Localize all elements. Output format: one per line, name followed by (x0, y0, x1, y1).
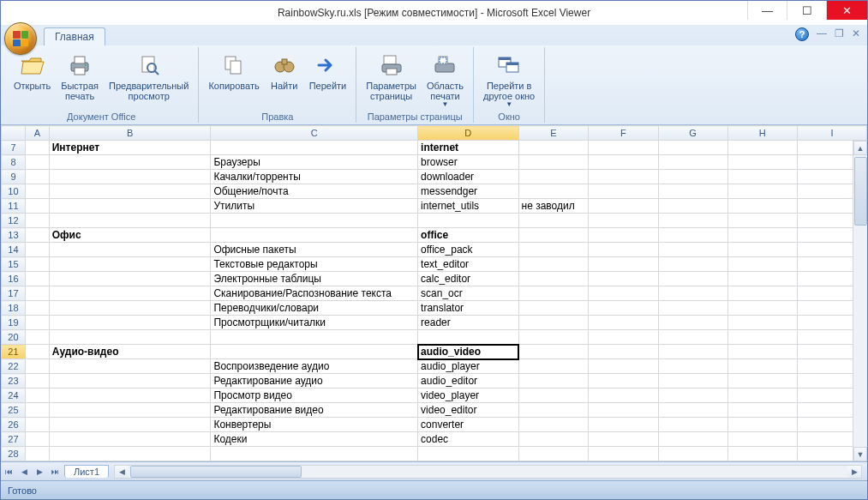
cell[interactable] (518, 345, 589, 359)
scroll-thumb[interactable] (854, 157, 867, 226)
cell[interactable] (589, 374, 658, 389)
cell[interactable]: reader (418, 316, 518, 330)
spreadsheet-grid[interactable]: ABCDEFGHI 7Интернетinternet8Браузерыbrow… (1, 125, 867, 461)
cell[interactable] (25, 418, 49, 432)
cell[interactable] (211, 228, 418, 243)
cell[interactable] (727, 359, 797, 374)
cell[interactable] (727, 155, 797, 170)
cell[interactable] (25, 301, 49, 316)
cell[interactable] (727, 257, 797, 272)
cell[interactable]: Электронные таблицы (211, 272, 418, 286)
cell[interactable] (658, 432, 727, 447)
cell[interactable]: text_editor (418, 257, 518, 272)
cell[interactable] (589, 345, 658, 359)
column-header[interactable]: C (211, 126, 418, 141)
cell[interactable] (658, 257, 727, 272)
cell[interactable] (518, 214, 589, 228)
cell[interactable] (518, 170, 589, 184)
prev-sheet-icon[interactable]: ◀ (16, 464, 32, 479)
cell[interactable]: video_editor (418, 403, 518, 418)
cell[interactable] (727, 170, 797, 184)
cell[interactable]: internet_utils (418, 199, 518, 214)
cell[interactable] (589, 432, 658, 447)
cell[interactable] (49, 359, 211, 374)
cell[interactable] (589, 447, 658, 461)
cell[interactable]: browser (418, 155, 518, 170)
cell[interactable] (25, 403, 49, 418)
cell[interactable] (25, 228, 49, 243)
cell[interactable] (589, 228, 658, 243)
cell[interactable] (727, 316, 797, 330)
cell[interactable] (49, 243, 211, 257)
scroll-up-icon[interactable]: ▲ (853, 141, 867, 155)
cell[interactable] (658, 316, 727, 330)
cell[interactable] (658, 447, 727, 461)
cell[interactable] (25, 272, 49, 286)
cell[interactable] (49, 389, 211, 403)
cell[interactable] (658, 228, 727, 243)
cell[interactable] (49, 432, 211, 447)
page-setup-button[interactable]: Параметры страницы (362, 49, 421, 104)
cell[interactable]: calc_editor (418, 272, 518, 286)
cell[interactable]: codec (418, 432, 518, 447)
cell[interactable] (211, 214, 418, 228)
cell[interactable] (25, 257, 49, 272)
cell[interactable] (49, 447, 211, 461)
row-header[interactable]: 25 (2, 403, 26, 418)
cell[interactable] (518, 316, 589, 330)
first-sheet-icon[interactable]: ⏮ (1, 464, 16, 479)
cell[interactable]: office (418, 228, 518, 243)
cell[interactable] (49, 214, 211, 228)
cell[interactable] (25, 374, 49, 389)
cell[interactable] (518, 257, 589, 272)
cell[interactable]: Офисные пакеты (211, 243, 418, 257)
cell[interactable]: downloader (418, 170, 518, 184)
scroll-right-icon[interactable]: ▶ (847, 466, 861, 478)
cell[interactable] (727, 389, 797, 403)
cell[interactable] (518, 330, 589, 345)
cell[interactable] (658, 286, 727, 301)
cell[interactable]: Просмотр видео (211, 389, 418, 403)
row-header[interactable]: 9 (2, 170, 26, 184)
cell[interactable] (418, 447, 518, 461)
cell[interactable]: Редактирование аудио (211, 374, 418, 389)
cell[interactable] (727, 330, 797, 345)
row-header[interactable]: 26 (2, 418, 26, 432)
column-header[interactable]: G (658, 126, 727, 141)
row-header[interactable]: 16 (2, 272, 26, 286)
cell[interactable] (727, 184, 797, 199)
select-all-corner[interactable] (2, 126, 26, 141)
cell[interactable] (658, 418, 727, 432)
cell[interactable] (589, 359, 658, 374)
row-header[interactable]: 20 (2, 330, 26, 345)
cell[interactable] (727, 447, 797, 461)
row-header[interactable]: 21 (2, 345, 26, 359)
cell[interactable] (589, 243, 658, 257)
scroll-left-icon[interactable]: ◀ (115, 466, 129, 478)
cell[interactable] (25, 199, 49, 214)
column-header[interactable]: I (797, 126, 866, 141)
cell[interactable]: Воспроизведение аудио (211, 359, 418, 374)
mdi-minimize-icon[interactable]: — (816, 27, 828, 39)
row-header[interactable]: 18 (2, 301, 26, 316)
cell[interactable] (518, 184, 589, 199)
column-header[interactable]: A (25, 126, 49, 141)
cell[interactable] (25, 447, 49, 461)
hscroll-thumb[interactable] (130, 466, 302, 478)
cell[interactable] (658, 214, 727, 228)
cell[interactable] (518, 286, 589, 301)
cell[interactable] (211, 345, 418, 359)
cell[interactable] (589, 316, 658, 330)
row-header[interactable]: 7 (2, 141, 26, 155)
cell[interactable] (658, 199, 727, 214)
cell[interactable] (727, 345, 797, 359)
cell[interactable] (589, 170, 658, 184)
column-header[interactable]: B (49, 126, 211, 141)
horizontal-scrollbar[interactable]: ◀ ▶ (114, 465, 862, 479)
cell[interactable] (25, 359, 49, 374)
cell[interactable] (727, 301, 797, 316)
cell[interactable] (518, 374, 589, 389)
minimize-button[interactable]: — (747, 1, 787, 20)
cell[interactable] (211, 330, 418, 345)
cell[interactable]: converter (418, 418, 518, 432)
